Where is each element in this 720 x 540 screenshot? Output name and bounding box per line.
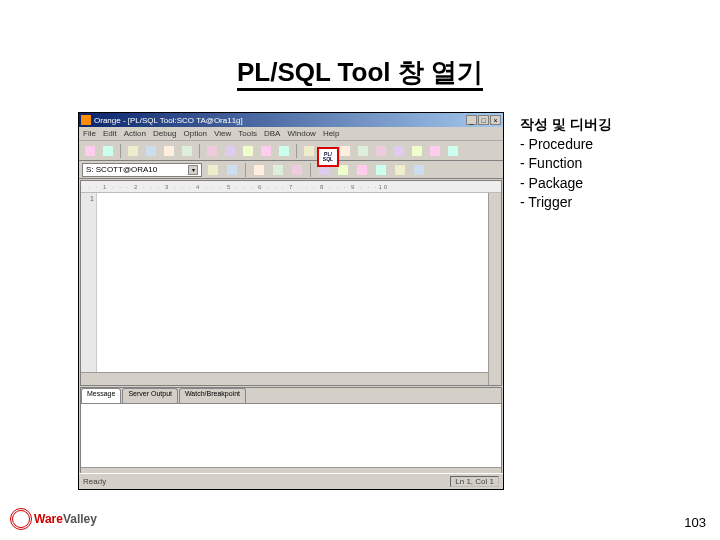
toolbar-icon[interactable]: [355, 143, 371, 159]
toolbar-icon[interactable]: [82, 143, 98, 159]
toolbar-icon[interactable]: [143, 143, 159, 159]
toolbar-icon[interactable]: [204, 143, 220, 159]
sub-icon[interactable]: [373, 162, 389, 178]
annotation-item: - Trigger: [520, 193, 700, 213]
sub-icon[interactable]: [270, 162, 286, 178]
app-screenshot: Orange - [PL/SQL Tool:SCO TA@Ora11g] _ □…: [78, 112, 504, 490]
app-icon: [81, 115, 91, 125]
toolbar-icon[interactable]: [445, 143, 461, 159]
menu-file[interactable]: File: [83, 129, 96, 138]
toolbar-icon[interactable]: [125, 143, 141, 159]
menu-edit[interactable]: Edit: [103, 129, 117, 138]
line-number: 1: [81, 195, 94, 202]
maximize-button[interactable]: □: [478, 115, 489, 125]
toolbar-icon[interactable]: [391, 143, 407, 159]
page-number: 103: [684, 515, 706, 530]
toolbar-icon[interactable]: [276, 143, 292, 159]
menu-view[interactable]: View: [214, 129, 231, 138]
sub-icon[interactable]: [289, 162, 305, 178]
sub-toolbar: S: SCOTT@ORA10 ▾: [79, 161, 503, 179]
annotation-text: 작성 및 디버깅 - Procedure - Function - Packag…: [520, 115, 700, 213]
logo-valley: Valley: [63, 512, 97, 526]
sub-icon[interactable]: [251, 162, 267, 178]
toolbar-icon[interactable]: [337, 143, 353, 159]
menu-option[interactable]: Option: [184, 129, 208, 138]
plsql-label-2: SQL: [323, 157, 333, 162]
page-title: PL/SQL Tool 창 열기: [0, 55, 720, 90]
ruler: · · · 1 · · · 2 · · · 3 · · · 4 · · · 5 …: [81, 181, 501, 193]
logo-ring-icon: [10, 508, 32, 530]
menu-action[interactable]: Action: [124, 129, 146, 138]
separator: [245, 163, 246, 177]
toolbar-icon[interactable]: [161, 143, 177, 159]
sub-icon[interactable]: [224, 162, 240, 178]
toolbar-icon[interactable]: [240, 143, 256, 159]
separator: [120, 144, 121, 158]
schema-dropdown[interactable]: S: SCOTT@ORA10 ▾: [82, 163, 202, 177]
menu-help[interactable]: Help: [323, 129, 339, 138]
menu-bar: File Edit Action Debug Option View Tools…: [79, 127, 503, 141]
horizontal-scrollbar[interactable]: [81, 372, 488, 385]
separator: [199, 144, 200, 158]
close-button[interactable]: ×: [490, 115, 501, 125]
annotation-item: - Procedure: [520, 135, 700, 155]
tab-watch-breakpoint[interactable]: Watch/Breakpoint: [179, 388, 246, 403]
main-toolbar: [79, 141, 503, 161]
annotation-item: - Package: [520, 174, 700, 194]
logo-text: WareValley: [34, 514, 97, 525]
tab-server-output[interactable]: Server Output: [122, 388, 178, 403]
logo-ware: Ware: [34, 512, 63, 526]
slide: PL/SQL Tool 창 열기 Orange - [PL/SQL Tool:S…: [0, 0, 720, 540]
toolbar-icon[interactable]: [222, 143, 238, 159]
menu-debug[interactable]: Debug: [153, 129, 177, 138]
line-gutter: 1: [81, 193, 97, 385]
toolbar-icon[interactable]: [427, 143, 443, 159]
annotation-item: - Function: [520, 154, 700, 174]
menu-dba[interactable]: DBA: [264, 129, 280, 138]
minimize-button[interactable]: _: [466, 115, 477, 125]
status-left: Ready: [83, 477, 106, 486]
chevron-down-icon: ▾: [188, 165, 198, 175]
sub-icon[interactable]: [205, 162, 221, 178]
toolbar-icon[interactable]: [409, 143, 425, 159]
toolbar-icon[interactable]: [301, 143, 317, 159]
status-bar: Ready Ln 1, Col 1: [79, 473, 503, 489]
editor-pane: · · · 1 · · · 2 · · · 3 · · · 4 · · · 5 …: [80, 180, 502, 386]
status-cursor: Ln 1, Col 1: [450, 476, 499, 487]
schema-value: S: SCOTT@ORA10: [86, 165, 157, 174]
output-body: [81, 403, 501, 467]
window-title: Orange - [PL/SQL Tool:SCO TA@Ora11g]: [94, 116, 243, 125]
output-tabs: Message Server Output Watch/Breakpoint: [81, 388, 501, 403]
sub-icon[interactable]: [392, 162, 408, 178]
sub-icon[interactable]: [411, 162, 427, 178]
vertical-scrollbar[interactable]: [488, 193, 501, 385]
separator: [310, 163, 311, 177]
toolbar-icon[interactable]: [258, 143, 274, 159]
sub-icon[interactable]: [354, 162, 370, 178]
brand-logo: WareValley: [10, 508, 97, 530]
separator: [296, 144, 297, 158]
toolbar-icon[interactable]: [100, 143, 116, 159]
title-text: PL/SQL Tool 창 열기: [237, 57, 483, 91]
menu-tools[interactable]: Tools: [238, 129, 257, 138]
annotation-heading: 작성 및 디버깅: [520, 115, 700, 135]
plsql-tool-button[interactable]: PL/ SQL: [317, 147, 339, 167]
toolbar-icon[interactable]: [373, 143, 389, 159]
toolbar-icon[interactable]: [179, 143, 195, 159]
tab-message[interactable]: Message: [81, 388, 121, 403]
window-titlebar: Orange - [PL/SQL Tool:SCO TA@Ora11g] _ □…: [79, 113, 503, 127]
menu-window[interactable]: Window: [287, 129, 315, 138]
output-pane: Message Server Output Watch/Breakpoint: [80, 387, 502, 481]
